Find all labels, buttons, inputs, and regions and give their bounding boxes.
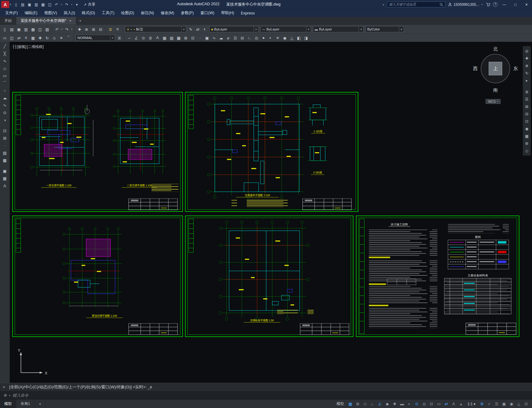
plot-preview-icon[interactable]: ◫ [37,26,44,33]
panel-measure-icon[interactable]: ◇ [523,148,530,154]
navbar-motion-icon[interactable]: ▸ [523,77,530,83]
polyline-icon[interactable]: ∿ [1,58,9,64]
close-button[interactable]: ✕ [522,0,531,9]
point2-icon[interactable]: ∙ [196,34,203,41]
tab-start[interactable]: 开始 [0,17,16,25]
dropdown-caret-icon[interactable]: ▾ [70,3,73,6]
zoom-window-icon[interactable]: ⊞ [90,26,97,33]
section-icon[interactable]: ◧ [295,34,302,41]
dropdown-caret-icon[interactable]: ▾ [61,28,63,30]
menu-modify[interactable]: 修改(M) [157,9,178,17]
drawing-canvas[interactable]: [-] [俯视] [二维线框] [10,42,532,383]
saveas-icon[interactable]: ▥ [22,26,30,33]
layer-match-icon[interactable]: ⇄ [194,26,201,33]
panel-layers-icon[interactable]: ≣ [523,89,530,95]
trim-icon[interactable]: ✕ [58,34,65,41]
rotate-icon[interactable]: ↻ [44,34,51,41]
camera-icon[interactable]: ◉ [281,34,288,41]
menu-format[interactable]: 格式(O) [78,9,98,17]
layer-combo-caret-icon[interactable]: ▾ [181,26,186,32]
scale-icon[interactable]: ◇ [51,34,58,41]
qat-new-icon[interactable]: ▯ [13,2,19,8]
menu-help[interactable]: 帮助(H) [218,9,237,17]
table-icon[interactable]: ▦ [1,175,9,182]
group-icon[interactable]: ⊟ [239,34,246,41]
search-input[interactable]: 键入关键字或短语 [387,2,445,7]
navbar-pan-icon[interactable]: ✚ [523,55,530,61]
transparency-icon[interactable]: ◐ [406,401,413,407]
osnap-icon[interactable]: ⊙ [413,401,420,407]
annotation-monitor-icon[interactable]: ✓ [486,401,493,407]
match-properties-icon[interactable]: ✎ [187,26,194,33]
plot-icon[interactable]: ▦ [30,26,37,33]
cart-icon[interactable] [486,2,491,7]
dim-continue-icon[interactable]: ≣ [147,34,154,41]
gradient-icon[interactable]: ▩ [1,157,9,164]
selection-cycling-icon[interactable]: ⇄ [443,401,450,407]
graphics-performance-icon[interactable]: △ [515,401,522,407]
panel-properties-icon[interactable]: ☰ [523,96,530,102]
panel-blocks-icon[interactable]: ⊞ [523,104,530,109]
layer-properties-icon[interactable]: ≣ [107,26,114,33]
materials-icon[interactable]: ◐ [267,34,274,41]
menu-edit[interactable]: 编辑(E) [21,9,41,17]
revcloud2-icon[interactable]: ☁ [218,34,225,41]
copy-icon[interactable]: ◫ [8,34,15,41]
view-control[interactable]: [俯视] [17,44,26,50]
command-recent-caret-icon[interactable]: ▾ [9,394,10,397]
qat-save-icon[interactable]: ▣ [26,2,33,8]
navbar-wheel-icon[interactable]: ◎ [523,48,530,54]
wcs-selector[interactable]: WCS ▾ [486,99,501,104]
app-menu-button[interactable]: A [1,1,9,8]
add-layout-tab[interactable]: + [35,400,46,408]
workspace-icon[interactable]: ⚙ [479,401,485,407]
isolate-objects-icon[interactable]: ◉ [508,401,515,407]
render-icon[interactable]: ● [260,34,267,41]
walk-icon[interactable]: △ [288,34,295,41]
panel-groups-icon[interactable]: ⊟ [523,111,530,117]
sun-icon[interactable]: ☀ [274,34,281,41]
autoscale-icon[interactable]: ▴ [458,401,464,407]
menu-file[interactable]: 文件(F) [2,9,21,17]
panel-sheets-icon[interactable]: ▦ [523,133,530,139]
model-space-toggle[interactable]: 模型 [334,401,346,406]
arc-icon[interactable]: ⌒ [1,80,9,86]
command-customize-icon[interactable]: ⚙ [4,393,7,398]
erase-icon[interactable]: ▭ [1,34,8,41]
undo-icon[interactable]: ↶ [53,26,61,33]
panel-views-icon[interactable]: ◉ [523,126,530,132]
dropdown-caret-icon[interactable]: ▾ [70,28,73,30]
qat-plot-icon[interactable]: ▦ [40,2,46,8]
menu-tools[interactable]: 工具(T) [98,9,118,17]
search-collapse-icon[interactable]: ▸ [383,3,384,6]
line-icon[interactable]: ╱ [1,43,9,50]
share-button[interactable]: ↗ 共享 [84,2,95,7]
table2-icon[interactable]: ▦ [161,34,168,41]
dim-angular-icon[interactable]: ∠ [133,34,140,41]
qat-saveas-icon[interactable]: ▥ [33,2,39,8]
region-icon[interactable]: ▣ [1,168,9,174]
viewport-3[interactable]: 屋顶空调平面图 1:100 [12,216,183,337]
mirror-icon[interactable]: ⇄ [15,34,22,41]
linetype-combo[interactable]: —ByLayer▾ [260,26,311,32]
make-block2-icon[interactable]: ⊞ [182,34,189,41]
gradient2-icon[interactable]: ▩ [175,34,182,41]
named-views-icon[interactable]: ◎ [253,34,260,41]
pan-icon[interactable]: ✚ [76,26,83,33]
menu-parametric[interactable]: 参数(P) [178,9,197,17]
lineweight-combo[interactable]: ▬ByLayer▾ [313,26,364,32]
compass-west[interactable]: 西 [473,66,478,72]
zoom-realtime-icon[interactable]: ⊕ [83,26,90,33]
spline2-icon[interactable]: ∿ [211,34,218,41]
help-icon[interactable]: ? [493,2,498,7]
command-input[interactable]: ⚙ ▾ 键入命令 [0,391,532,400]
maximize-button[interactable]: □ [511,0,520,9]
lock-ui-icon[interactable]: ▣ [501,401,507,407]
linetype-combo-caret-icon[interactable]: ▾ [306,26,311,32]
lineweight-combo-caret-icon[interactable]: ▾ [359,26,363,32]
mtext2-icon[interactable]: A [154,34,161,41]
ucs2-icon[interactable]: ∟ [246,34,253,41]
color-combo[interactable]: ■ByLayer▾ [209,26,258,32]
publish-icon[interactable]: ▧ [44,26,51,33]
qat-redo-icon[interactable]: ↷ [64,2,70,8]
